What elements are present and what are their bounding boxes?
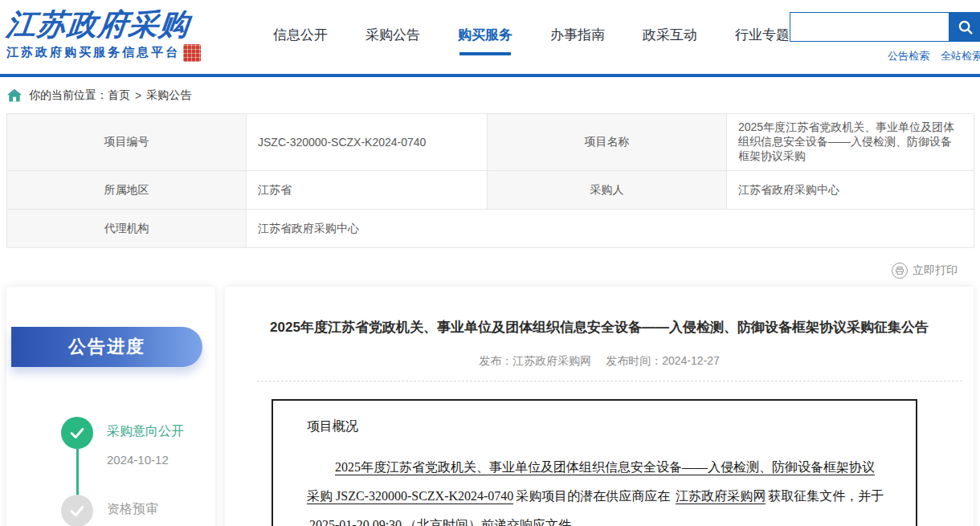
- print-label: 立即打印: [913, 263, 958, 278]
- publisher-label: 发布：: [479, 354, 512, 367]
- search-input[interactable]: [790, 12, 949, 42]
- agency-label: 代理机构: [7, 210, 247, 248]
- region-label: 所属地区: [7, 171, 247, 210]
- project-name-label: 项目名称: [488, 114, 727, 171]
- overview-heading: 项目概况: [307, 418, 885, 435]
- progress-sidebar: 公告进度 采购意向公开 2024-10-12 资格预: [6, 287, 215, 526]
- meta-divider: [257, 381, 962, 381]
- table-row: 项目编号 JSZC-320000-SCZX-K2024-0740 项目名称 20…: [7, 114, 974, 171]
- publisher-value: 江苏政府采购网: [512, 354, 591, 367]
- table-row: 代理机构 江苏省政府采购中心: [7, 210, 974, 248]
- header: 江苏政府采购 江苏政府购买服务信息平台 信息公开 采购公告 购买服务 办事指南 …: [0, 0, 980, 74]
- main-nav: 信息公开 采购公告 购买服务 办事指南 政采互动 行业专题: [273, 26, 790, 55]
- search-button[interactable]: [949, 12, 980, 42]
- nav-item-industry-topics[interactable]: 行业专题: [735, 26, 790, 55]
- home-icon: [6, 88, 22, 104]
- progress-timeline: 采购意向公开 2024-10-12 资格预审: [61, 417, 215, 526]
- print-button[interactable]: 立即打印: [0, 261, 958, 280]
- nav-item-buy-services[interactable]: 购买服务: [458, 26, 512, 55]
- article-meta: 发布：江苏政府采购网发布时间：2024-12-27: [225, 354, 974, 369]
- seal-icon: [183, 44, 201, 62]
- nav-item-procurement-notices[interactable]: 采购公告: [365, 26, 420, 55]
- progress-banner: 公告进度: [11, 327, 202, 367]
- paragraph-text: 获取征集文件，并于: [768, 489, 884, 503]
- timeline-connector: [76, 449, 79, 497]
- nav-item-interaction[interactable]: 政采互动: [643, 26, 697, 55]
- purchaser-label: 采购人: [488, 171, 727, 210]
- search-icon: [957, 18, 974, 36]
- project-overview-box: 项目概况 2025年度江苏省党政机关、事业单位及团体组织信息安全设备——入侵检测…: [272, 399, 917, 526]
- purchaser-value: 江苏省政府采购中心: [727, 171, 974, 210]
- site-search-link[interactable]: 全站检索: [941, 49, 980, 63]
- print-icon: [892, 263, 908, 279]
- nav-item-guide[interactable]: 办事指南: [550, 26, 605, 55]
- content-panels: 公告进度 采购意向公开 2024-10-12 资格预: [0, 287, 980, 526]
- check-icon: [61, 417, 93, 449]
- page-title: 2025年度江苏省党政机关、事业单位及团体组织信息安全设备——入侵检测、防御设备…: [225, 317, 974, 338]
- project-name-value: 2025年度江苏省党政机关、事业单位及团体组织信息安全设备——入侵检测、防御设备…: [727, 114, 974, 171]
- timeline-item-prequalification: 资格预审: [61, 495, 215, 526]
- project-info-table: 项目编号 JSZC-320000-SCZX-K2024-0740 项目名称 20…: [6, 113, 974, 248]
- announcement-article: 2025年度江苏省党政机关、事业单位及团体组织信息安全设备——入侵检测、防御设备…: [225, 287, 974, 526]
- overview-paragraph: 2025年度江苏省党政机关、事业单位及团体组织信息安全设备——入侵检测、防御设备…: [307, 453, 885, 526]
- logo-title: 江苏政府采购: [5, 8, 259, 41]
- paragraph-text: （北京时间）前递交响应文件。: [404, 518, 584, 526]
- deadline-underlined: 2025-01-20 09:30: [309, 518, 402, 526]
- breadcrumb-current: 采购公告: [146, 88, 191, 103]
- breadcrumb-prefix: 你的当前位置：: [29, 88, 108, 103]
- check-icon: [61, 495, 93, 526]
- publish-time-label: 发布时间：: [606, 354, 662, 367]
- timeline-label: 资格预审: [107, 495, 215, 518]
- agency-value: 江苏省政府采购中心: [247, 210, 974, 248]
- paragraph-text: 采购项目的潜在供应商应在: [516, 489, 670, 503]
- announcement-search-link[interactable]: 公告检索: [888, 49, 929, 63]
- project-number-label: 项目编号: [7, 114, 247, 171]
- breadcrumb-home-link[interactable]: 首页: [108, 88, 130, 103]
- logo-subtitle: 江苏政府购买服务信息平台: [6, 45, 180, 60]
- project-number-value: JSZC-320000-SCZX-K2024-0740: [247, 114, 488, 171]
- table-row: 所属地区 江苏省 采购人 江苏省政府采购中心: [7, 171, 974, 210]
- site-logo[interactable]: 江苏政府采购 江苏政府购买服务信息平台: [6, 8, 257, 62]
- timeline-label: 采购意向公开: [107, 417, 215, 440]
- publish-time-value: 2024-12-27: [662, 354, 720, 367]
- timeline-item-intent-published: 采购意向公开 2024-10-12: [61, 417, 215, 495]
- nav-item-info-disclosure[interactable]: 信息公开: [273, 26, 328, 55]
- search-area: 公告检索 全站检索: [790, 12, 980, 63]
- source-site-underlined[interactable]: 江苏政府采购网: [676, 489, 766, 504]
- timeline-date: 2024-10-12: [107, 453, 215, 467]
- region-value: 江苏省: [247, 171, 488, 210]
- breadcrumb-separator: >: [135, 89, 141, 102]
- breadcrumb: 你的当前位置： 首页 > 采购公告: [0, 77, 980, 113]
